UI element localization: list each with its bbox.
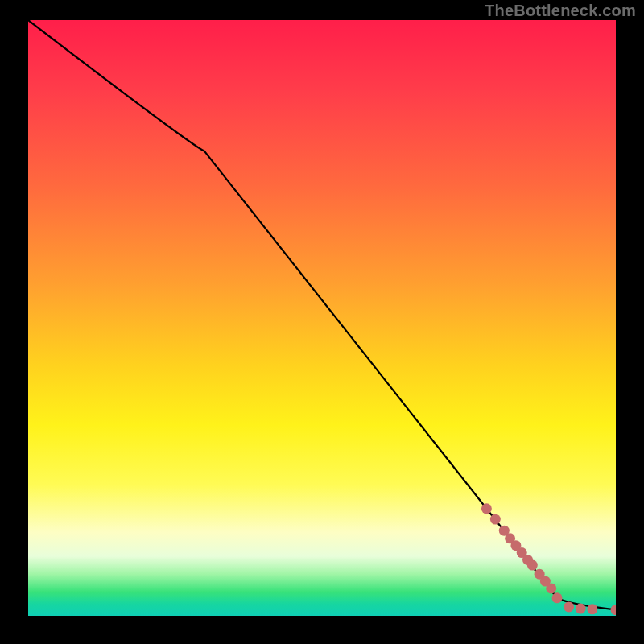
data-point [552,592,563,603]
data-point [564,601,574,612]
data-point [546,583,556,593]
data-point [490,514,501,525]
data-point [576,604,586,614]
data-point [587,604,597,614]
curve-markers [481,503,616,615]
data-point [481,503,492,514]
curve-line [28,20,616,610]
data-point [611,605,617,615]
chart-frame: TheBottleneck.com [0,0,644,644]
plot-overlay [28,20,616,616]
data-point [527,560,538,571]
watermark-text: TheBottleneck.com [485,2,636,20]
curve-path [28,20,616,610]
